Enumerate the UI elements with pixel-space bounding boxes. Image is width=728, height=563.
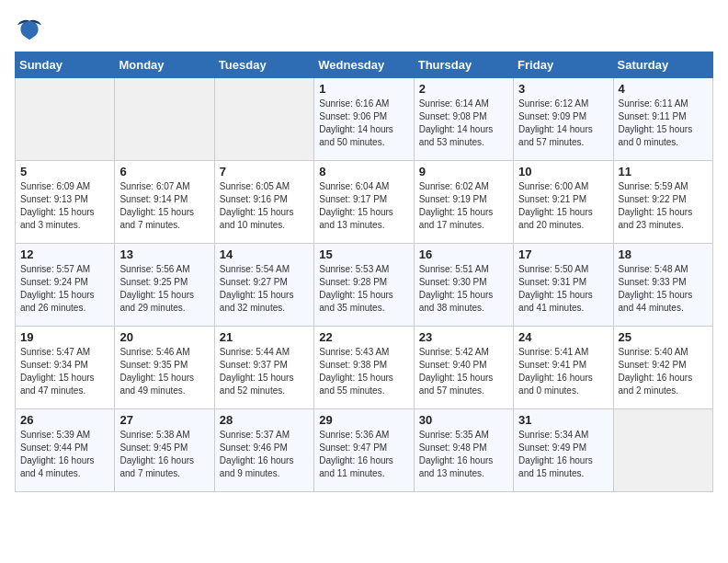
- day-info: Sunrise: 5:47 AMSunset: 9:34 PMDaylight:…: [20, 346, 109, 397]
- day-info: Sunrise: 6:14 AMSunset: 9:08 PMDaylight:…: [419, 98, 508, 149]
- calendar-cell: [613, 409, 712, 492]
- day-info: Sunrise: 5:57 AMSunset: 9:24 PMDaylight:…: [20, 263, 109, 315]
- day-info: Sunrise: 6:12 AMSunset: 9:09 PMDaylight:…: [518, 98, 608, 149]
- day-info: Sunrise: 5:51 AMSunset: 9:30 PMDaylight:…: [419, 263, 508, 315]
- calendar-cell: 3Sunrise: 6:12 AMSunset: 9:09 PMDaylight…: [514, 78, 613, 161]
- day-info: Sunrise: 5:35 AMSunset: 9:48 PMDaylight:…: [419, 429, 508, 480]
- calendar-week-row: 5Sunrise: 6:09 AMSunset: 9:13 PMDaylight…: [16, 161, 713, 244]
- day-info: Sunrise: 6:02 AMSunset: 9:19 PMDaylight:…: [419, 180, 508, 232]
- weekday-header-sunday: Sunday: [16, 52, 115, 78]
- day-number: 26: [20, 413, 109, 427]
- day-number: 27: [119, 413, 209, 427]
- day-number: 21: [220, 330, 309, 344]
- calendar-week-row: 19Sunrise: 5:47 AMSunset: 9:34 PMDayligh…: [16, 327, 713, 409]
- calendar-cell: [16, 78, 115, 161]
- calendar-table: SundayMondayTuesdayWednesdayThursdayFrid…: [15, 52, 713, 492]
- calendar-cell: [214, 78, 313, 161]
- calendar-cell: 20Sunrise: 5:46 AMSunset: 9:35 PMDayligh…: [115, 327, 214, 409]
- calendar-cell: 15Sunrise: 5:53 AMSunset: 9:28 PMDayligh…: [314, 244, 414, 327]
- day-info: Sunrise: 6:05 AMSunset: 9:16 PMDaylight:…: [220, 180, 309, 232]
- day-number: 4: [619, 82, 708, 96]
- calendar-cell: 4Sunrise: 6:11 AMSunset: 9:11 PMDaylight…: [613, 78, 712, 161]
- calendar-cell: 18Sunrise: 5:48 AMSunset: 9:33 PMDayligh…: [613, 244, 712, 327]
- day-number: 30: [419, 413, 508, 427]
- day-number: 31: [518, 413, 608, 427]
- day-number: 13: [119, 247, 209, 261]
- day-info: Sunrise: 6:00 AMSunset: 9:21 PMDaylight:…: [518, 180, 608, 232]
- day-info: Sunrise: 5:40 AMSunset: 9:42 PMDaylight:…: [619, 346, 708, 397]
- day-number: 5: [20, 165, 109, 178]
- day-number: 1: [319, 82, 408, 96]
- day-info: Sunrise: 5:46 AMSunset: 9:35 PMDaylight:…: [119, 346, 209, 397]
- calendar-cell: 30Sunrise: 5:35 AMSunset: 9:48 PMDayligh…: [414, 409, 513, 492]
- calendar-cell: 31Sunrise: 5:34 AMSunset: 9:49 PMDayligh…: [514, 409, 613, 492]
- day-number: 28: [220, 413, 309, 427]
- day-number: 15: [319, 247, 408, 261]
- page-header: [15, 15, 713, 44]
- calendar-week-row: 1Sunrise: 6:16 AMSunset: 9:06 PMDaylight…: [16, 78, 713, 161]
- calendar-cell: 23Sunrise: 5:42 AMSunset: 9:40 PMDayligh…: [414, 327, 513, 409]
- day-info: Sunrise: 5:34 AMSunset: 9:49 PMDaylight:…: [518, 429, 608, 480]
- day-info: Sunrise: 6:09 AMSunset: 9:13 PMDaylight:…: [20, 180, 109, 232]
- logo: [15, 15, 48, 44]
- day-info: Sunrise: 5:42 AMSunset: 9:40 PMDaylight:…: [419, 346, 508, 397]
- calendar-cell: 19Sunrise: 5:47 AMSunset: 9:34 PMDayligh…: [16, 327, 115, 409]
- day-info: Sunrise: 5:53 AMSunset: 9:28 PMDaylight:…: [319, 263, 408, 315]
- day-number: 18: [619, 247, 708, 261]
- day-info: Sunrise: 5:48 AMSunset: 9:33 PMDaylight:…: [619, 263, 708, 315]
- weekday-header-tuesday: Tuesday: [214, 52, 313, 78]
- calendar-cell: 13Sunrise: 5:56 AMSunset: 9:25 PMDayligh…: [115, 244, 214, 327]
- day-number: 6: [119, 165, 209, 178]
- calendar-cell: 16Sunrise: 5:51 AMSunset: 9:30 PMDayligh…: [414, 244, 513, 327]
- calendar-cell: 28Sunrise: 5:37 AMSunset: 9:46 PMDayligh…: [214, 409, 313, 492]
- calendar-cell: 21Sunrise: 5:44 AMSunset: 9:37 PMDayligh…: [214, 327, 313, 409]
- calendar-cell: 2Sunrise: 6:14 AMSunset: 9:08 PMDaylight…: [414, 78, 513, 161]
- day-number: 8: [319, 165, 408, 178]
- weekday-header-friday: Friday: [514, 52, 613, 78]
- day-number: 20: [119, 330, 209, 344]
- day-info: Sunrise: 5:41 AMSunset: 9:41 PMDaylight:…: [518, 346, 608, 397]
- calendar-header: SundayMondayTuesdayWednesdayThursdayFrid…: [16, 52, 713, 78]
- weekday-header-row: SundayMondayTuesdayWednesdayThursdayFrid…: [16, 52, 713, 78]
- calendar-cell: 6Sunrise: 6:07 AMSunset: 9:14 PMDaylight…: [115, 161, 214, 244]
- calendar-week-row: 26Sunrise: 5:39 AMSunset: 9:44 PMDayligh…: [16, 409, 713, 492]
- day-number: 17: [518, 247, 608, 261]
- day-info: Sunrise: 5:38 AMSunset: 9:45 PMDaylight:…: [119, 429, 209, 480]
- day-number: 14: [220, 247, 309, 261]
- calendar-cell: 1Sunrise: 6:16 AMSunset: 9:06 PMDaylight…: [314, 78, 414, 161]
- calendar-week-row: 12Sunrise: 5:57 AMSunset: 9:24 PMDayligh…: [16, 244, 713, 327]
- day-info: Sunrise: 5:54 AMSunset: 9:27 PMDaylight:…: [220, 263, 309, 315]
- calendar-cell: 11Sunrise: 5:59 AMSunset: 9:22 PMDayligh…: [613, 161, 712, 244]
- calendar-cell: 8Sunrise: 6:04 AMSunset: 9:17 PMDaylight…: [314, 161, 414, 244]
- day-number: 22: [319, 330, 408, 344]
- weekday-header-wednesday: Wednesday: [314, 52, 414, 78]
- day-number: 12: [20, 247, 109, 261]
- logo-icon: [15, 15, 44, 44]
- calendar-cell: 10Sunrise: 6:00 AMSunset: 9:21 PMDayligh…: [514, 161, 613, 244]
- day-number: 29: [319, 413, 408, 427]
- day-number: 24: [518, 330, 608, 344]
- calendar-cell: 17Sunrise: 5:50 AMSunset: 9:31 PMDayligh…: [514, 244, 613, 327]
- day-info: Sunrise: 5:36 AMSunset: 9:47 PMDaylight:…: [319, 429, 408, 480]
- weekday-header-monday: Monday: [115, 52, 214, 78]
- day-info: Sunrise: 5:39 AMSunset: 9:44 PMDaylight:…: [20, 429, 109, 480]
- calendar-body: 1Sunrise: 6:16 AMSunset: 9:06 PMDaylight…: [16, 78, 713, 492]
- day-info: Sunrise: 6:16 AMSunset: 9:06 PMDaylight:…: [319, 98, 408, 149]
- calendar-cell: 25Sunrise: 5:40 AMSunset: 9:42 PMDayligh…: [613, 327, 712, 409]
- calendar-cell: 9Sunrise: 6:02 AMSunset: 9:19 PMDaylight…: [414, 161, 513, 244]
- day-info: Sunrise: 5:37 AMSunset: 9:46 PMDaylight:…: [220, 429, 309, 480]
- calendar-cell: 7Sunrise: 6:05 AMSunset: 9:16 PMDaylight…: [214, 161, 313, 244]
- calendar-cell: 22Sunrise: 5:43 AMSunset: 9:38 PMDayligh…: [314, 327, 414, 409]
- day-info: Sunrise: 6:11 AMSunset: 9:11 PMDaylight:…: [619, 98, 708, 149]
- day-info: Sunrise: 6:07 AMSunset: 9:14 PMDaylight:…: [119, 180, 209, 232]
- calendar-cell: 5Sunrise: 6:09 AMSunset: 9:13 PMDaylight…: [16, 161, 115, 244]
- day-info: Sunrise: 5:43 AMSunset: 9:38 PMDaylight:…: [319, 346, 408, 397]
- calendar-cell: 27Sunrise: 5:38 AMSunset: 9:45 PMDayligh…: [115, 409, 214, 492]
- day-number: 23: [419, 330, 508, 344]
- calendar-cell: 14Sunrise: 5:54 AMSunset: 9:27 PMDayligh…: [214, 244, 313, 327]
- calendar-cell: 29Sunrise: 5:36 AMSunset: 9:47 PMDayligh…: [314, 409, 414, 492]
- day-number: 25: [619, 330, 708, 344]
- calendar-cell: 12Sunrise: 5:57 AMSunset: 9:24 PMDayligh…: [16, 244, 115, 327]
- day-number: 11: [619, 165, 708, 178]
- day-number: 2: [419, 82, 508, 96]
